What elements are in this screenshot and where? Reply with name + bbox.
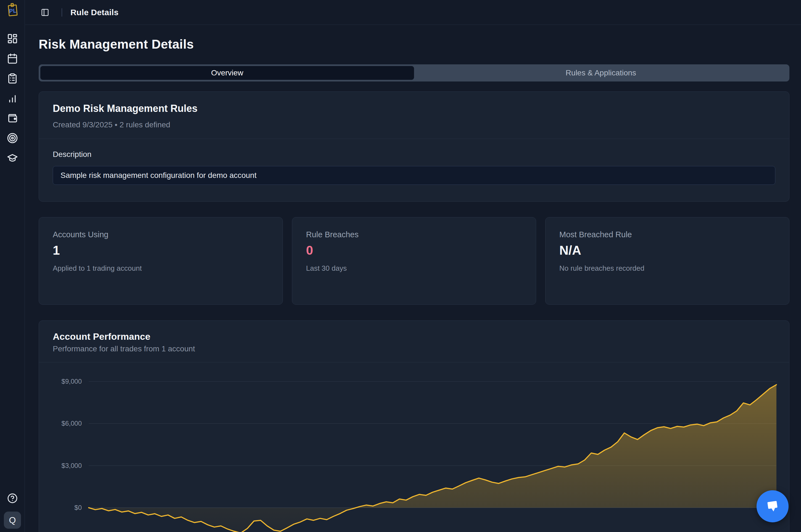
topbar-separator <box>62 8 62 17</box>
rule-card-body: Description Sample risk management confi… <box>39 139 789 185</box>
y-axis-tick-label: $9,000 <box>39 378 82 385</box>
help-button[interactable] <box>7 493 18 505</box>
stat-card-accounts-using: Accounts Using 1 Applied to 1 trading ac… <box>39 217 283 305</box>
sidebar-item-analytics[interactable] <box>7 93 18 104</box>
user-avatar[interactable]: Q <box>4 512 21 529</box>
chat-bubble-icon <box>764 497 781 515</box>
stat-value: N/A <box>559 243 775 258</box>
y-axis-tick-label: $3,000 <box>39 462 82 470</box>
sidebar-item-risk-rules[interactable] <box>7 133 18 144</box>
chart-subtitle: Performance for all trades from 1 accoun… <box>53 344 775 353</box>
chart-title: Account Performance <box>53 331 775 342</box>
bar-chart-icon <box>7 93 18 105</box>
stat-card-rule-breaches: Rule Breaches 0 Last 30 days <box>292 217 536 305</box>
graduation-cap-icon <box>7 152 18 165</box>
stat-subtext: No rule breaches recorded <box>559 264 775 273</box>
sidebar-item-calendar[interactable] <box>7 54 18 65</box>
stat-label: Rule Breaches <box>306 230 522 239</box>
breadcrumb-title: Rule Details <box>71 8 118 17</box>
sidebar-item-learn[interactable] <box>7 153 18 164</box>
stat-label: Most Breached Rule <box>559 230 775 239</box>
y-axis-tick-label: $6,000 <box>39 420 82 427</box>
wallet-icon <box>7 113 18 125</box>
help-circle-icon <box>7 493 18 505</box>
rule-title: Demo Risk Management Rules <box>53 103 775 114</box>
chat-button[interactable] <box>757 490 788 522</box>
account-performance-card: Account Performance Performance for all … <box>39 320 789 532</box>
performance-chart-svg <box>39 362 789 532</box>
sidebar-item-dashboard[interactable] <box>7 34 18 45</box>
rule-summary-card: Demo Risk Management Rules Created 9/3/2… <box>39 91 789 202</box>
stats-row: Accounts Using 1 Applied to 1 trading ac… <box>39 217 789 305</box>
panel-left-icon <box>41 8 49 17</box>
layout-dashboard-icon <box>7 33 18 45</box>
sidebar-bottom: Q <box>0 493 25 529</box>
description-label: Description <box>53 150 775 159</box>
rule-meta: Created 9/3/2025 • 2 rules defined <box>53 120 775 129</box>
sidebar-toggle-button[interactable] <box>41 8 49 17</box>
tab-rules-applications[interactable]: Rules & Applications <box>414 66 788 80</box>
sidebar: PL <box>0 0 25 532</box>
app-logo[interactable]: PL <box>6 2 19 18</box>
sidebar-item-accounts[interactable] <box>7 113 18 124</box>
sidebar-nav <box>0 34 25 164</box>
stat-card-most-breached-rule: Most Breached Rule N/A No rule breaches … <box>545 217 789 305</box>
tab-overview[interactable]: Overview <box>40 66 414 80</box>
stat-subtext: Applied to 1 trading account <box>53 264 269 273</box>
stat-label: Accounts Using <box>53 230 269 239</box>
topbar: Rule Details <box>25 0 801 25</box>
performance-chart: $9,000$6,000$3,000$0 <box>39 362 789 532</box>
calendar-icon <box>7 53 18 65</box>
sidebar-item-journal[interactable] <box>7 74 18 84</box>
chart-card-header: Account Performance Performance for all … <box>39 321 789 353</box>
rule-card-header: Demo Risk Management Rules Created 9/3/2… <box>39 92 789 129</box>
stat-value: 0 <box>306 243 522 258</box>
page-title: Risk Management Details <box>39 37 789 52</box>
target-icon <box>7 133 18 145</box>
main-content: Risk Management Details Overview Rules &… <box>25 25 801 532</box>
svg-text:PL: PL <box>9 7 17 14</box>
stat-subtext: Last 30 days <box>306 264 522 273</box>
app-root: PL <box>0 0 801 532</box>
tab-strip: Overview Rules & Applications <box>39 64 789 81</box>
y-axis-tick-label: $0 <box>39 504 82 512</box>
clipboard-list-icon <box>7 73 18 85</box>
description-input[interactable]: Sample risk management configuration for… <box>53 166 775 185</box>
stat-value: 1 <box>53 243 269 258</box>
